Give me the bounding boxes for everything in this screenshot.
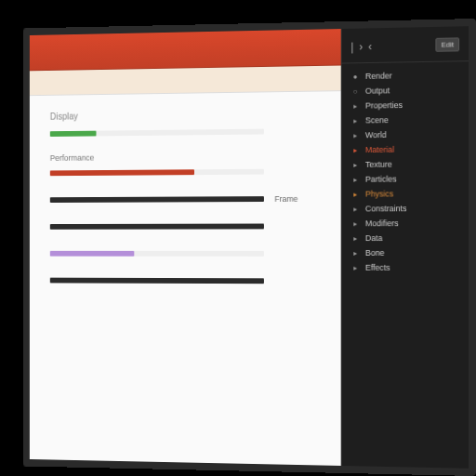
chevron-right-icon: ▸ — [350, 175, 360, 184]
tree-label: Bone — [365, 248, 385, 258]
circle-icon: ○ — [350, 86, 360, 96]
bar-row — [50, 273, 320, 288]
tree-item-physics[interactable]: ▸ Physics — [346, 186, 466, 202]
chevron-right-icon[interactable]: › — [359, 40, 363, 53]
monitor-frame: Display Performance — [23, 19, 476, 476]
pipe-icon: | — [350, 40, 353, 53]
tree-item-effects[interactable]: ▸ Effects — [346, 260, 466, 275]
tree-label: Scene — [365, 115, 389, 125]
chevron-right-icon: ▸ — [350, 205, 360, 214]
mode-badge[interactable]: Edit — [436, 37, 460, 51]
bar-fill — [50, 251, 135, 257]
section-label-1: Display — [50, 108, 320, 121]
tree-item-modifiers[interactable]: ▸ Modifiers — [346, 216, 466, 231]
chevron-right-icon: ▸ — [350, 233, 360, 243]
bar-fill — [50, 224, 264, 230]
tree-label: Effects — [365, 263, 390, 272]
tree-item-material[interactable]: ▸ Material — [346, 141, 466, 157]
chevron-right-icon: ▸ — [350, 248, 360, 258]
bar-fill — [50, 131, 97, 137]
bar-fill — [50, 196, 264, 203]
tree-label: Material — [365, 145, 394, 154]
bar-track[interactable] — [50, 196, 264, 203]
chevron-right-icon: ▸ — [350, 190, 360, 199]
tree-label: Render — [365, 72, 392, 81]
bar-track[interactable] — [50, 169, 264, 176]
top-icons: | › ‹ — [350, 40, 372, 53]
bar-row — [50, 218, 320, 233]
property-tree: ● Render ○ Output ▸ Properties ▸ Scene ▸ — [342, 61, 469, 281]
dot-icon: ● — [350, 72, 360, 81]
row-caption: Performance — [50, 152, 320, 163]
main-panel: Display Performance — [30, 29, 341, 466]
chevron-right-icon: ▸ — [350, 130, 360, 139]
tree-label: Modifiers — [365, 218, 399, 228]
bar-track[interactable] — [50, 251, 264, 257]
chevron-right-icon: ▸ — [350, 101, 360, 111]
bar-label: Frame — [274, 194, 319, 204]
bar-track[interactable] — [50, 129, 264, 137]
content-area: Display Performance — [30, 91, 341, 466]
tree-label: Output — [365, 86, 390, 95]
bar-label — [274, 131, 319, 132]
tree-item-scene[interactable]: ▸ Scene — [346, 112, 466, 127]
bar-row: Frame — [50, 192, 320, 207]
chevron-right-icon: ▸ — [350, 160, 360, 169]
bar-row — [50, 164, 320, 180]
screen: Display Performance — [30, 26, 469, 469]
bar-fill — [50, 278, 264, 284]
bar-row — [50, 246, 320, 261]
tree-label: Data — [365, 233, 383, 243]
chevron-right-icon: ▸ — [350, 263, 360, 272]
tree-item-texture[interactable]: ▸ Texture — [346, 156, 466, 172]
side-panel: | › ‹ Edit ● Render ○ Output ▸ Propertie… — [341, 26, 469, 469]
tree-item-output[interactable]: ○ Output — [346, 82, 466, 99]
tree-label: World — [365, 130, 387, 139]
tree-item-properties[interactable]: ▸ Properties — [346, 97, 466, 113]
tree-item-world[interactable]: ▸ World — [346, 126, 466, 142]
tree-label: Physics — [365, 189, 393, 198]
bar-track[interactable] — [50, 224, 264, 230]
tree-label: Texture — [365, 160, 392, 169]
chevron-right-icon: ▸ — [350, 116, 360, 126]
tree-label: Properties — [365, 100, 403, 110]
chevron-right-icon: ▸ — [350, 218, 360, 228]
bar-track[interactable] — [50, 278, 264, 284]
chevron-right-icon: ▸ — [350, 145, 360, 154]
side-panel-top: | › ‹ Edit — [342, 33, 469, 63]
tree-item-particles[interactable]: ▸ Particles — [346, 171, 466, 187]
header-bar — [30, 29, 341, 71]
tree-item-constraints[interactable]: ▸ Constraints — [346, 201, 466, 216]
tree-label: Particles — [365, 175, 397, 184]
tree-item-bone[interactable]: ▸ Bone — [346, 245, 466, 260]
chevron-left-icon[interactable]: ‹ — [368, 40, 372, 53]
tree-item-data[interactable]: ▸ Data — [346, 231, 466, 245]
bar-fill — [50, 169, 194, 176]
bar-row — [50, 124, 320, 141]
tree-label: Constraints — [365, 204, 407, 213]
